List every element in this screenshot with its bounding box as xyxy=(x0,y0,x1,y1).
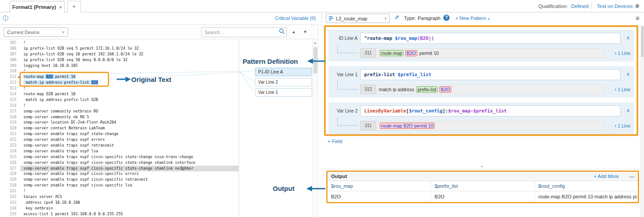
minimize-icon[interactable]: — xyxy=(629,174,634,179)
output-annotation: Output xyxy=(273,185,294,192)
edit-pencil-icon[interactable]: ✎ xyxy=(394,14,399,21)
add-field-button[interactable]: + Field xyxy=(328,139,342,144)
search-next-icon[interactable]: ▼ xyxy=(303,30,307,34)
config-line[interactable]: 328snmp-server enable traps ospf cisco-s… xyxy=(0,171,239,177)
tab-bar: Format1 (Primary) ∨ + Qualification: Def… xyxy=(0,0,644,12)
divider xyxy=(591,3,591,10)
config-line[interactable]: 326snmp-server enable traps ospf cisco-s… xyxy=(0,160,239,166)
config-text-area[interactable]: 305!306ip prefix-list O2B seq 5 permit 1… xyxy=(0,40,239,217)
config-line[interactable]: 312 match ip address prefix-list B2O xyxy=(0,80,239,85)
config-line[interactable]: 333 address ipv4 10.10.0.100 xyxy=(0,200,239,205)
config-text: snmp-server enable traps ospf lsa xyxy=(23,148,239,154)
output-column-header[interactable]: $prefix_list xyxy=(431,181,534,191)
config-line[interactable]: 331! xyxy=(0,188,239,194)
config-line[interactable]: 313! xyxy=(0,85,239,91)
right-scrollbar[interactable] xyxy=(640,25,644,217)
config-line[interactable]: 315 match ip address prefix-list O2B xyxy=(0,97,239,103)
divider xyxy=(321,14,322,23)
search-icon[interactable] xyxy=(278,28,286,36)
pattern-expression-input[interactable]: prefix-list $prefix_list xyxy=(360,69,621,80)
config-line[interactable]: 325snmp-server enable traps ospf cisco-s… xyxy=(0,154,239,160)
config-line[interactable]: 309logging host 10.10.0.105 xyxy=(0,63,239,69)
help-icon[interactable]: ? xyxy=(443,15,450,21)
config-line[interactable]: 320snmp-server contact Netbrain LabTeam xyxy=(0,125,239,131)
line-number: 328 xyxy=(0,171,16,177)
splitter-handle-icon[interactable]: ⌃ xyxy=(480,165,484,170)
pattern-expression-input[interactable]: ^route-map $rou_map(B2O|) xyxy=(360,33,621,44)
config-line[interactable]: 322snmp-server enable traps ospf errors xyxy=(0,137,239,143)
config-scrollbar[interactable]: ▲ xyxy=(312,40,318,217)
config-line[interactable]: 310! xyxy=(0,68,239,74)
pattern-expression-input[interactable]: LinesByVariable[$rout_config]:$rou_map-$… xyxy=(360,105,621,116)
output-column-header[interactable]: $rout_config xyxy=(535,181,638,191)
test-on-devices-link[interactable]: Test on Devices: 0 xyxy=(597,4,638,9)
new-pattern-button[interactable]: + New Pattern ∨ xyxy=(455,16,490,21)
config-line[interactable]: 330snmp-server enable traps ospf cisco-s… xyxy=(0,182,239,188)
collapse-section-icon[interactable]: ∧ xyxy=(626,71,630,77)
type-value: Paragraph xyxy=(418,16,440,21)
pattern-selector-dropdown[interactable]: L2_route_map ∨ xyxy=(326,14,390,23)
tab-format1[interactable]: Format1 (Primary) ∨ xyxy=(10,1,65,13)
config-line[interactable]: 306ip prefix-list O2B seq 5 permit 172.1… xyxy=(0,46,239,51)
config-line[interactable]: 334 key netbrain xyxy=(0,205,239,211)
config-line[interactable]: 329snmp-server enable traps ospf cisco-s… xyxy=(0,177,239,182)
config-text: snmp-server enable traps ospf cisco-spec… xyxy=(23,182,239,188)
menu-icon[interactable]: ≡ xyxy=(636,3,639,9)
add-more-button[interactable]: + Add More xyxy=(594,174,619,179)
add-tab-button[interactable]: + xyxy=(67,1,81,13)
config-line[interactable]: 311◢route-map B2O permit 10 xyxy=(0,74,239,80)
pattern-map-item[interactable]: Var Line 2 xyxy=(255,78,312,86)
section-label: Var Line 2 xyxy=(330,108,358,113)
pattern-format-icon xyxy=(329,16,334,21)
line-number: 329 xyxy=(0,177,16,182)
config-line[interactable]: 321snmp-server enable traps ospf state-c… xyxy=(0,131,239,137)
search-box xyxy=(201,27,287,37)
config-line[interactable]: 316! xyxy=(0,103,239,108)
matched-line-number: 311 xyxy=(360,48,376,58)
scroll-up-icon[interactable]: ▲ xyxy=(313,41,316,44)
output-data-row: B2OB2Oroute-map B2O permit 10 match ip a… xyxy=(328,191,638,202)
line-number: 307 xyxy=(0,51,16,57)
connector-line xyxy=(337,117,358,126)
config-line[interactable]: 332tacacs server ACS xyxy=(0,194,239,200)
expand-label: 1 Line xyxy=(617,123,630,128)
expand-lines-link[interactable]: ›1 Line xyxy=(604,85,631,94)
config-line[interactable]: 307ip prefix-list O2B seq 10 permit 192.… xyxy=(0,51,239,57)
expand-lines-link[interactable]: ›1 Line xyxy=(604,121,631,131)
config-line[interactable]: 323snmp-server enable traps ospf retrans… xyxy=(0,143,239,148)
matched-line-row: 311route-map B2O permit 10›1 Line xyxy=(360,121,631,131)
output-cell: B2O xyxy=(328,191,431,202)
critical-variable-link[interactable]: Critical Variable (0) xyxy=(275,16,316,21)
qualification-value-link[interactable]: Defined xyxy=(571,4,589,9)
pattern-map-item[interactable]: P1-ID Line A xyxy=(255,68,312,76)
type-label: Type: xyxy=(404,16,416,21)
config-line[interactable]: 308ip prefix-list O2B seq 50 deny 0.0.0.… xyxy=(0,57,239,63)
config-text: address ipv4 10.10.0.100 xyxy=(23,200,239,205)
config-line[interactable]: 305! xyxy=(0,40,239,46)
config-line[interactable]: 327snmp-server enable traps ospf cisco-s… xyxy=(0,166,239,171)
collapse-section-icon[interactable]: ∧ xyxy=(626,108,630,113)
expand-lines-link[interactable]: ›1 Line xyxy=(604,48,631,58)
chevron-down-icon[interactable]: ∨ xyxy=(59,5,62,9)
search-input[interactable] xyxy=(202,30,278,35)
config-line[interactable]: 318snmp-server community nb RO 5 xyxy=(0,114,239,120)
config-line[interactable]: 335access-list 1 permit 192.168.0.0 0.0.… xyxy=(0,211,239,217)
collapse-section-icon[interactable]: ∧ xyxy=(626,35,630,41)
fold-marker-icon[interactable]: ◢ xyxy=(18,74,19,80)
config-line[interactable]: 319snmp-server location DC-2nd-Floor-Rac… xyxy=(0,120,239,125)
search-prev-icon[interactable]: ▲ xyxy=(292,30,296,34)
line-number: 315 xyxy=(0,97,16,103)
pattern-map-item[interactable]: Var Line 1 xyxy=(255,88,312,97)
output-column-header[interactable]: $rou_map xyxy=(328,181,431,191)
info-icon[interactable]: ⓘ xyxy=(3,15,8,23)
device-select-dropdown[interactable]: Current Device ∨ xyxy=(4,27,68,37)
scrollbar-thumb[interactable] xyxy=(313,47,317,74)
scrollbar-thumb[interactable] xyxy=(641,26,644,57)
config-text: ! xyxy=(23,40,239,46)
config-line[interactable]: 324snmp-server enable traps ospf lsa xyxy=(0,148,239,154)
config-text: snmp-server enable traps ospf cisco-spec… xyxy=(23,171,239,177)
matched-line-number: 312 xyxy=(360,85,376,94)
config-line[interactable]: 317snmp-server community netbrain RO xyxy=(0,108,239,114)
config-line[interactable]: 314route-map O2B permit 10 xyxy=(0,91,239,97)
menu-icon[interactable]: ≡ xyxy=(636,15,639,21)
